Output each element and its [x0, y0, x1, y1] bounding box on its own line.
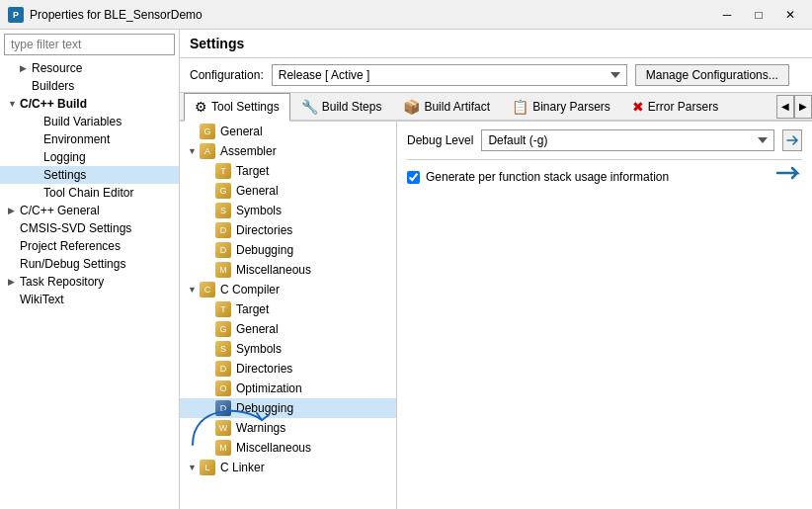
manage-configurations-button[interactable]: Manage Configurations...: [635, 64, 789, 86]
debug-level-select[interactable]: NoneMinimalDefault (-g)Maximum: [481, 129, 774, 151]
maximize-button[interactable]: □: [745, 5, 772, 25]
minimize-button[interactable]: ─: [713, 5, 741, 25]
stack-usage-label: Generate per function stack usage inform…: [426, 170, 669, 184]
tab-error-parsers-label: Error Parsers: [648, 100, 718, 114]
tab-tool-settings-label: Tool Settings: [211, 100, 280, 114]
binary-parsers-icon: 📋: [512, 99, 528, 115]
sidebar-item-cpp-general[interactable]: ▶ C/C++ General: [0, 202, 179, 219]
error-parsers-icon: ✖: [632, 99, 644, 115]
sidebar-item-project-refs[interactable]: Project References: [0, 237, 179, 255]
settings-tree-panel: G General ▼ A Assembler T Target: [180, 122, 397, 509]
stack-usage-checkbox[interactable]: [407, 171, 420, 184]
sidebar-item-settings[interactable]: Settings: [0, 166, 179, 184]
config-select[interactable]: Release [ Active ]: [272, 64, 627, 86]
sidebar-item-build-variables[interactable]: Build Variables: [0, 113, 179, 130]
setting-cc-symbols[interactable]: S Symbols: [180, 339, 396, 359]
debug-level-row: Debug Level NoneMinimalDefault (-g)Maxim…: [407, 129, 802, 160]
debug-level-label: Debug Level: [407, 133, 473, 147]
titlebar: P Properties for BLE_SensorDemo ─ □ ✕: [0, 0, 812, 30]
setting-asm-debugging[interactable]: D Debugging: [180, 240, 396, 260]
window-title: Properties for BLE_SensorDemo: [30, 8, 713, 22]
detail-panel: Debug Level NoneMinimalDefault (-g)Maxim…: [397, 122, 812, 509]
sidebar-tree: ▶ Resource Builders ▼ C/C++ Build Build: [0, 59, 179, 509]
sidebar-item-run-debug[interactable]: Run/Debug Settings: [0, 255, 179, 273]
settings-title: Settings: [190, 36, 244, 51]
setting-cc-directories[interactable]: D Directories: [180, 359, 396, 379]
sidebar-item-resource[interactable]: ▶ Resource: [0, 59, 179, 77]
config-label: Configuration:: [190, 68, 264, 82]
tab-error-parsers[interactable]: ✖ Error Parsers: [621, 93, 729, 120]
sidebar-item-builders[interactable]: Builders: [0, 77, 179, 95]
build-artifact-icon: 📦: [403, 99, 420, 115]
tabs-bar: ⚙ Tool Settings 🔧 Build Steps 📦 Build Ar…: [180, 93, 812, 122]
tab-binary-parsers[interactable]: 📋 Binary Parsers: [501, 93, 621, 120]
setting-cc-misc[interactable]: M Miscellaneous: [180, 438, 396, 458]
setting-cc-warnings[interactable]: W Warnings: [180, 418, 396, 438]
setting-c-linker[interactable]: ▼ L C Linker: [180, 458, 396, 477]
sidebar-item-cpp-build[interactable]: ▼ C/C++ Build: [0, 95, 179, 113]
sidebar: ▶ Resource Builders ▼ C/C++ Build Build: [0, 30, 180, 509]
tab-build-steps[interactable]: 🔧 Build Steps: [290, 93, 393, 120]
tab-navigation: ◀ ▶: [776, 95, 812, 119]
tab-build-artifact[interactable]: 📦 Build Artifact: [392, 93, 501, 120]
setting-assembler[interactable]: ▼ A Assembler: [180, 141, 396, 161]
close-button[interactable]: ✕: [776, 5, 804, 25]
tool-settings-icon: ⚙: [195, 99, 207, 115]
settings-header: Settings: [180, 30, 812, 58]
content-area: Settings Configuration: Release [ Active…: [180, 30, 812, 509]
sidebar-item-cmsis-svd[interactable]: CMSIS-SVD Settings: [0, 219, 179, 237]
setting-asm-misc[interactable]: M Miscellaneous: [180, 260, 396, 280]
setting-cc-general[interactable]: G General: [180, 319, 396, 339]
sidebar-item-logging[interactable]: Logging: [0, 148, 179, 166]
sidebar-item-wikitext[interactable]: WikiText: [0, 291, 179, 308]
setting-asm-directories[interactable]: D Directories: [180, 220, 396, 240]
tab-binary-parsers-label: Binary Parsers: [532, 100, 610, 114]
setting-cc-optimization[interactable]: O Optimization: [180, 379, 396, 398]
sidebar-item-environment[interactable]: Environment: [0, 130, 179, 148]
setting-c-compiler[interactable]: ▼ C C Compiler: [180, 280, 396, 299]
build-steps-icon: 🔧: [301, 99, 318, 115]
tab-build-steps-label: Build Steps: [322, 100, 382, 114]
detail-arrow-button[interactable]: [782, 129, 802, 151]
arrow-right-icon: [785, 133, 799, 147]
tab-next-button[interactable]: ▶: [794, 95, 812, 119]
tab-prev-button[interactable]: ◀: [776, 95, 794, 119]
setting-cc-debugging[interactable]: D Debugging: [180, 398, 396, 418]
sidebar-item-task-repo[interactable]: ▶ Task Repository: [0, 273, 179, 291]
setting-general[interactable]: G General: [180, 122, 396, 141]
tab-build-artifact-label: Build Artifact: [424, 100, 490, 114]
setting-cc-target[interactable]: T Target: [180, 299, 396, 319]
sidebar-item-toolchain-editor[interactable]: Tool Chain Editor: [0, 184, 179, 202]
setting-asm-general[interactable]: G General: [180, 181, 396, 201]
tab-tool-settings[interactable]: ⚙ Tool Settings: [184, 93, 290, 122]
setting-asm-symbols[interactable]: S Symbols: [180, 201, 396, 220]
setting-asm-target[interactable]: T Target: [180, 161, 396, 181]
app-icon: P: [8, 7, 24, 23]
checkbox-row: Generate per function stack usage inform…: [407, 170, 802, 184]
filter-input[interactable]: [4, 34, 175, 55]
window-controls: ─ □ ✕: [713, 5, 804, 25]
config-bar: Configuration: Release [ Active ] Manage…: [180, 58, 812, 93]
split-panel: G General ▼ A Assembler T Target: [180, 122, 812, 509]
